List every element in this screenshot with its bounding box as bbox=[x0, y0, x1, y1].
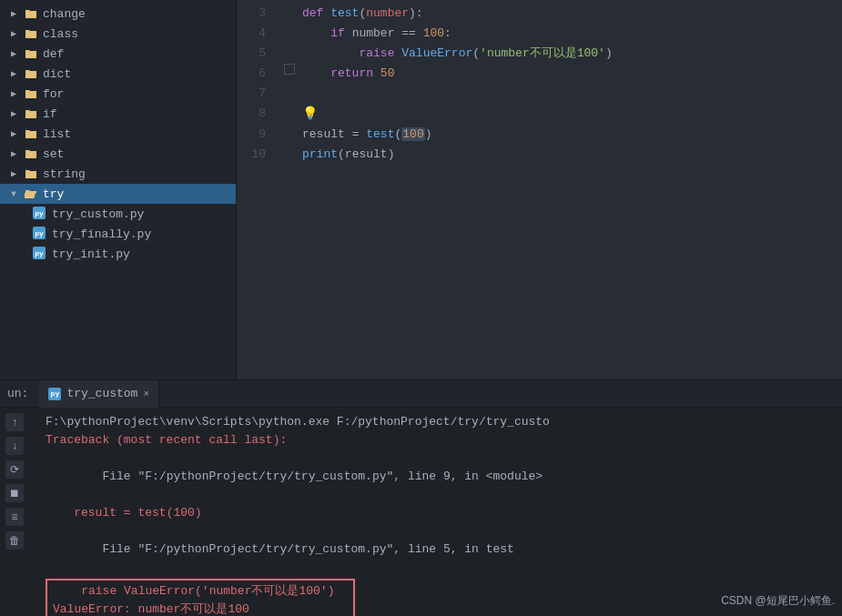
sidebar-item-label: try_custom.py bbox=[52, 207, 144, 221]
sidebar-subitem-try-init[interactable]: py try_init.py bbox=[0, 244, 236, 264]
line-number-6: 6 bbox=[237, 64, 280, 84]
folder-icon bbox=[24, 126, 38, 141]
console-text-post2: ", line 5, in test bbox=[386, 542, 513, 556]
sidebar-item-list[interactable]: ▶ list bbox=[0, 124, 236, 144]
console-line-1: F:\pythonProject\venv\Scripts\python.exe… bbox=[46, 413, 842, 431]
side-buttons: ↑ ↓ ⟳ ⏹ ≡ 🗑 bbox=[5, 413, 24, 550]
python-file-icon: py bbox=[33, 247, 47, 261]
clear-button[interactable]: 🗑 bbox=[5, 531, 24, 550]
sidebar-item-label: try bbox=[43, 187, 64, 201]
line-number-9: 9 bbox=[237, 125, 280, 145]
arrow-icon: ▶ bbox=[11, 168, 24, 179]
line-content-3: def test(number): bbox=[299, 4, 842, 24]
tab-close-button[interactable]: × bbox=[143, 389, 149, 399]
sidebar: ▶ change ▶ class ▶ def ▶ dict bbox=[0, 0, 237, 379]
line-content-6: return 50 bbox=[299, 64, 842, 84]
folder-icon bbox=[24, 6, 38, 21]
sidebar-item-label: try_init.py bbox=[52, 247, 130, 261]
code-line-10: 10 print(result) bbox=[237, 145, 842, 165]
line-content-4: if number == 100: bbox=[299, 24, 842, 44]
arrow-icon: ▶ bbox=[11, 48, 24, 59]
code-line-6: 6 return 50 bbox=[237, 64, 842, 84]
console-line-3: File "F:/pythonProject/try/try_custom.py… bbox=[46, 449, 842, 504]
lightbulb-icon[interactable]: 💡 bbox=[302, 106, 318, 121]
console-link-2[interactable]: F:/pythonProject/try/try_custom.py bbox=[145, 542, 386, 556]
error-line-2: ValueError: number不可以是100 bbox=[53, 601, 348, 616]
line-content-8: 💡 bbox=[299, 104, 842, 125]
sidebar-item-label: change bbox=[43, 7, 86, 21]
rerun-button[interactable]: ⟳ bbox=[5, 460, 24, 479]
arrow-icon: ▶ bbox=[11, 148, 24, 159]
code-line-4: 4 if number == 100: bbox=[237, 24, 842, 44]
code-line-9: 9 result = test(100) bbox=[237, 125, 842, 145]
run-label: un: bbox=[7, 387, 28, 400]
arrow-icon: ▶ bbox=[11, 8, 24, 19]
folder-icon bbox=[24, 26, 38, 41]
sidebar-item-dict[interactable]: ▶ dict bbox=[0, 64, 236, 84]
folder-icon bbox=[24, 167, 38, 181]
main-area: ▶ change ▶ class ▶ def ▶ dict bbox=[0, 0, 842, 379]
print-button[interactable]: ≡ bbox=[5, 508, 24, 526]
console-text-pre: File " bbox=[88, 470, 145, 483]
bottom-panel: un: py try_custom × ↑ ↓ ⟳ ⏹ ≡ 🗑 F:\pytho… bbox=[0, 379, 842, 616]
console-line-2: Traceback (most recent call last): bbox=[46, 431, 842, 449]
tab-label: try_custom bbox=[66, 387, 137, 400]
error-box: raise ValueError('number不可以是100') ValueE… bbox=[46, 579, 355, 616]
arrow-icon: ▶ bbox=[11, 68, 24, 79]
folder-icon bbox=[24, 46, 38, 61]
console-line-4: result = test(100) bbox=[46, 504, 842, 522]
line-number-5: 5 bbox=[237, 44, 280, 64]
sidebar-item-set[interactable]: ▶ set bbox=[0, 144, 236, 164]
python-file-icon: py bbox=[33, 207, 47, 221]
sidebar-item-for[interactable]: ▶ for bbox=[0, 84, 236, 104]
folder-icon bbox=[24, 86, 38, 101]
console-text-post: ", line 9, in <module> bbox=[386, 470, 543, 483]
line-content-9: result = test(100) bbox=[299, 125, 842, 145]
arrow-icon: ▶ bbox=[11, 108, 24, 119]
sidebar-item-label: for bbox=[43, 87, 64, 101]
console-link-1[interactable]: F:/pythonProject/try/try_custom.py bbox=[145, 470, 386, 483]
folder-icon bbox=[24, 146, 38, 161]
line-content-5: raise ValueError('number不可以是100') bbox=[299, 44, 842, 64]
sidebar-subitem-try-custom[interactable]: py try_custom.py bbox=[0, 204, 236, 224]
stop-button[interactable]: ⏹ bbox=[5, 484, 24, 502]
line-gutter-6 bbox=[280, 64, 299, 75]
line-content-10: print(result) bbox=[299, 145, 842, 165]
watermark: CSDN @短尾巴小鳄鱼. bbox=[721, 593, 835, 609]
sidebar-item-class[interactable]: ▶ class bbox=[0, 24, 236, 44]
bottom-tabs: un: py try_custom × bbox=[0, 380, 842, 408]
tab-python-icon: py bbox=[48, 388, 61, 400]
sidebar-item-label: def bbox=[43, 47, 64, 61]
arrow-down-icon: ▼ bbox=[11, 189, 24, 199]
tab-try-custom[interactable]: py try_custom × bbox=[39, 380, 159, 408]
arrow-icon: ▶ bbox=[11, 128, 24, 139]
python-file-icon: py bbox=[33, 227, 47, 241]
arrow-icon: ▶ bbox=[11, 88, 24, 99]
sidebar-item-label: class bbox=[43, 27, 78, 41]
sidebar-subitem-try-finally[interactable]: py try_finally.py bbox=[0, 224, 236, 244]
line-number-3: 3 bbox=[237, 4, 280, 24]
editor-area: 3 def test(number): 4 if number == 100: … bbox=[237, 0, 842, 379]
sidebar-item-label: if bbox=[43, 107, 57, 121]
run-down-button[interactable]: ↓ bbox=[5, 437, 24, 455]
code-line-7: 7 bbox=[237, 84, 842, 104]
sidebar-item-label: set bbox=[43, 147, 64, 161]
sidebar-item-def[interactable]: ▶ def bbox=[0, 44, 236, 64]
sidebar-item-string[interactable]: ▶ string bbox=[0, 164, 236, 184]
sidebar-item-change[interactable]: ▶ change bbox=[0, 4, 236, 24]
code-content[interactable]: 3 def test(number): 4 if number == 100: … bbox=[237, 0, 842, 379]
breakpoint-indicator bbox=[284, 64, 295, 75]
console-output: ↑ ↓ ⟳ ⏹ ≡ 🗑 F:\pythonProject\venv\Script… bbox=[0, 408, 842, 616]
sidebar-item-try[interactable]: ▼ try bbox=[0, 184, 236, 204]
code-line-8: 8 💡 bbox=[237, 104, 842, 125]
run-up-button[interactable]: ↑ bbox=[5, 413, 24, 431]
error-line-1: raise ValueError('number不可以是100') bbox=[53, 582, 348, 601]
line-number-4: 4 bbox=[237, 24, 280, 44]
sidebar-item-label: try_finally.py bbox=[52, 227, 151, 241]
line-number-10: 10 bbox=[237, 145, 280, 165]
sidebar-item-label: list bbox=[43, 127, 71, 141]
sidebar-item-if[interactable]: ▶ if bbox=[0, 104, 236, 124]
console-text-pre2: File " bbox=[88, 542, 145, 556]
arrow-icon: ▶ bbox=[11, 28, 24, 39]
folder-icon bbox=[24, 106, 38, 121]
